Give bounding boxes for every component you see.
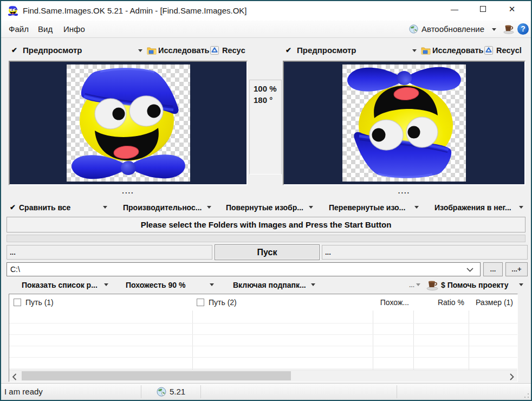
- explore-right-button[interactable]: Исследовать: [432, 42, 484, 59]
- row-divider: [9, 334, 517, 335]
- filter-more[interactable]: ...: [409, 278, 414, 292]
- column2-checkbox[interactable]: [197, 299, 204, 306]
- menu-file[interactable]: Файл: [9, 21, 29, 37]
- option-flipped-arrow[interactable]: [414, 206, 419, 209]
- help-button[interactable]: ?: [517, 23, 529, 35]
- minimize-button[interactable]: —: [442, 1, 467, 17]
- close-button[interactable]: ✕: [499, 1, 524, 17]
- instruction-banner: Please select the Folders with Images an…: [7, 217, 525, 232]
- autoupdate-dropdown-arrow[interactable]: [492, 28, 496, 31]
- status-separator: [141, 385, 141, 398]
- filter-show-list-arrow[interactable]: [104, 283, 108, 286]
- donate-arrow[interactable]: [519, 283, 523, 286]
- option-compare-all[interactable]: Сравнить все: [19, 201, 70, 214]
- status-separator: [200, 385, 201, 398]
- menu-info[interactable]: Инфо: [63, 21, 85, 37]
- preview-image-left: [67, 64, 190, 182]
- preview-caption-right: ....: [283, 187, 525, 196]
- filter-similarity-arrow[interactable]: [210, 283, 214, 286]
- status-text: I am ready: [4, 384, 43, 400]
- option-performance-arrow[interactable]: [207, 206, 211, 209]
- preview-left-dropdown-arrow[interactable]: [138, 49, 142, 52]
- folder-icon: [147, 46, 157, 55]
- maximize-button[interactable]: [470, 1, 495, 17]
- start-button[interactable]: Пуск: [215, 244, 320, 260]
- option-compare-all-arrow[interactable]: [103, 206, 107, 209]
- preview-panel-right: [283, 61, 525, 185]
- folder2-field[interactable]: ...: [322, 245, 528, 260]
- filter-more-arrow[interactable]: [416, 283, 420, 286]
- explore-left-button[interactable]: Исследовать: [158, 42, 210, 59]
- option-rotated[interactable]: Повернутые изобр...: [226, 201, 303, 214]
- scrollbar-thumb[interactable]: [22, 371, 291, 380]
- browse-button[interactable]: ...: [483, 262, 503, 276]
- filter-subfolders[interactable]: Включая подпапк...: [233, 278, 306, 292]
- column-divider: [373, 311, 373, 370]
- browse-add-button[interactable]: ...+: [505, 262, 528, 276]
- row-divider: [9, 357, 517, 358]
- scroll-left-arrow[interactable]: [9, 370, 20, 381]
- row-divider: [9, 368, 517, 369]
- chevron-down-icon[interactable]: [466, 268, 473, 272]
- preview-toolbar-right: ✔ Предпросмотр Исследовать Recycl: [283, 42, 525, 59]
- column-size[interactable]: Размер (1): [469, 294, 513, 311]
- coffee-icon[interactable]: [503, 24, 515, 34]
- column-divider: [413, 311, 414, 370]
- option-flipped[interactable]: Перевернутые изо...: [329, 201, 405, 214]
- progress-bar: [7, 235, 525, 242]
- preview-left-label[interactable]: Предпросмотр: [23, 42, 82, 59]
- recycle-right-button[interactable]: Recycl: [496, 42, 522, 59]
- resize-grip[interactable]: [524, 393, 529, 398]
- results-table: Путь (1) Путь (2) Похож... Ratio % Разме…: [9, 294, 518, 382]
- statusbar: I am ready 5.21: [1, 383, 531, 400]
- recycle-bin-icon: [210, 46, 219, 55]
- menu-view[interactable]: Вид: [38, 21, 53, 37]
- folder1-field[interactable]: ...: [7, 245, 212, 260]
- folder-icon: [421, 46, 431, 55]
- status-separator: [397, 385, 397, 398]
- globe-icon: [409, 24, 418, 34]
- filter-subfolders-arrow[interactable]: [311, 283, 315, 286]
- option-negative-arrow[interactable]: [519, 206, 523, 209]
- filter-similarity[interactable]: Похожесть 90 %: [126, 278, 185, 292]
- app-window: Find.Same.Images.OK 5.21 - Admin - [Find…: [0, 0, 532, 401]
- zoom-angle-panel: 100 % 180 °: [249, 80, 282, 174]
- preview-left-checkbox[interactable]: ✔: [11, 42, 17, 59]
- horizontal-scrollbar[interactable]: [9, 370, 517, 381]
- preview-toolbar-left: ✔ Предпросмотр Исследовать Recyc: [9, 42, 248, 59]
- preview-panel-left: [9, 61, 248, 185]
- path-combobox-value: C:\: [10, 265, 20, 274]
- scroll-right-arrow[interactable]: [507, 370, 517, 381]
- row-divider: [9, 346, 517, 346]
- smiley-image-rotated: [342, 64, 466, 182]
- column-path2[interactable]: Путь (2): [209, 294, 237, 311]
- column-divider: [469, 311, 469, 370]
- option-rotated-arrow[interactable]: [309, 206, 313, 209]
- version-text: 5.21: [170, 384, 185, 400]
- column-divider: [192, 311, 193, 370]
- column-ratio[interactable]: Ratio %: [413, 294, 464, 311]
- column1-checkbox[interactable]: [14, 299, 21, 306]
- coffee-icon: [426, 280, 439, 290]
- path-combobox[interactable]: C:\: [7, 262, 481, 276]
- option-performance[interactable]: Производительнос...: [123, 201, 202, 214]
- zoom-value: 100 %: [254, 83, 281, 94]
- recycle-left-button[interactable]: Recyc: [222, 42, 245, 59]
- column-path1[interactable]: Путь (1): [25, 294, 54, 311]
- preview-caption-left: ....: [9, 187, 248, 196]
- compare-all-checkbox[interactable]: ✔: [10, 201, 16, 214]
- maximize-icon: [480, 6, 486, 12]
- menubar: Файл Вид Инфо Автообновление ?: [1, 21, 531, 38]
- donate-link[interactable]: $ Помочь проекту: [441, 278, 508, 292]
- preview-right-label[interactable]: Предпросмотр: [297, 42, 356, 59]
- app-icon: [8, 5, 18, 16]
- angle-value: 180 °: [254, 94, 281, 106]
- preview-right-checkbox[interactable]: ✔: [286, 42, 291, 59]
- preview-image-right: [342, 64, 466, 182]
- preview-right-dropdown-arrow[interactable]: [412, 49, 417, 52]
- filter-show-list[interactable]: Показать список р...: [22, 278, 98, 292]
- option-negative[interactable]: Изображения в нег...: [434, 201, 511, 214]
- globe-icon: [157, 387, 166, 397]
- autoupdate-label[interactable]: Автообновление: [421, 21, 484, 37]
- column-similar[interactable]: Похож...: [373, 294, 409, 311]
